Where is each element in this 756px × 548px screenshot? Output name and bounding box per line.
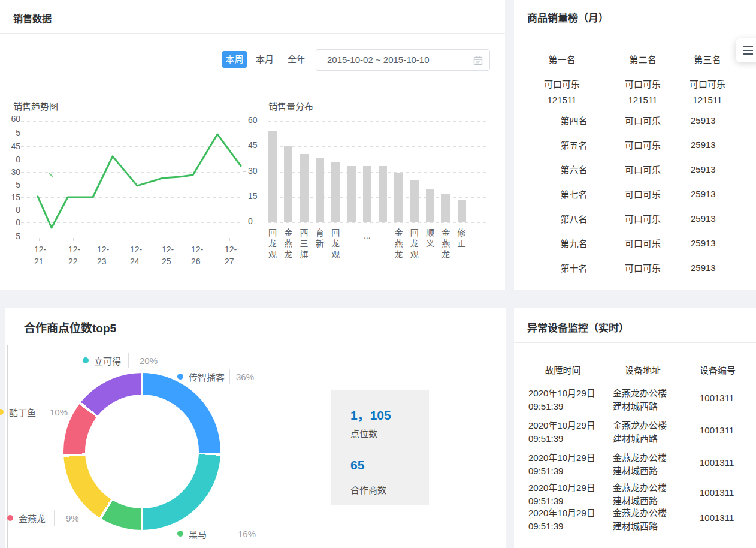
product-name: 可口可乐 <box>616 163 670 176</box>
legend-percent: 36% <box>236 372 254 382</box>
x-axis-label: 修正 <box>455 228 467 250</box>
rank-label: 第四名 <box>532 114 616 127</box>
x-axis-tick <box>39 238 40 241</box>
y-axis-label: 0 <box>0 218 20 227</box>
x-axis-label: 回龙观 <box>266 228 278 261</box>
device-no-cell: 1001311 <box>700 486 734 499</box>
bar <box>331 162 340 222</box>
legend-label: 黑马 <box>189 528 207 540</box>
pie-legend-chuanzhiboke: 传智播客 36% <box>177 369 254 384</box>
devices-panel-title: 异常设备监控（实时） <box>527 320 629 335</box>
bar <box>394 173 403 222</box>
stray-mark <box>49 173 53 177</box>
partners-panel-title: 合作商点位数top5 <box>24 319 116 335</box>
menu-toggle-button[interactable] <box>736 38 756 62</box>
tab-full-year[interactable]: 全年 <box>286 51 307 68</box>
sales-value: 121511 <box>526 95 598 105</box>
bar <box>410 180 419 222</box>
column-header-device-no: 设备编号 <box>700 363 736 376</box>
product-name: 可口可乐 <box>616 261 670 274</box>
date-range-input[interactable]: 2015-10-02 ~ 2015-10-10 <box>316 49 490 71</box>
points-count: 1，105 <box>350 405 391 423</box>
sales-value: 121511 <box>607 95 679 105</box>
rank-label: 第二名 <box>607 53 679 65</box>
table-row: 2020年10月29日09:51:39金燕龙办公楼建材城西路1001311 <box>514 419 756 448</box>
y-axis-label: 30 <box>243 166 258 176</box>
sales-value: 25913 <box>670 263 756 273</box>
distribution-chart-title: 销售量分布 <box>268 100 313 112</box>
bar <box>347 166 356 222</box>
x-axis-label: 西三旗 <box>298 228 310 261</box>
legend-dot <box>83 357 89 363</box>
legend-dot <box>0 409 4 415</box>
x-axis-label: 回龙观 <box>329 228 341 261</box>
product-name: 可口可乐 <box>607 77 679 90</box>
product-name: 可口可乐 <box>616 114 670 127</box>
product-name: 可口可乐 <box>616 237 670 249</box>
x-axis-label: 回龙观 <box>408 228 420 261</box>
device-no-cell: 1001311 <box>700 456 734 469</box>
x-axis-tick <box>229 238 230 241</box>
legend-percent: 20% <box>140 356 158 366</box>
rank-label: 第十名 <box>532 261 616 274</box>
bar <box>363 166 371 222</box>
sales-value: 25913 <box>670 238 756 248</box>
x-axis-label: 12- 23 <box>97 243 115 267</box>
bar <box>268 131 277 222</box>
sales-value: 25913 <box>670 115 756 125</box>
x-axis-tick <box>102 238 102 241</box>
legend-label: 传智播客 <box>189 371 225 383</box>
legend-separator <box>128 353 129 368</box>
dashboard-page: 销售数据 本周 本月 全年 2015-10-02 ~ 2015-10-10 销售… <box>0 0 756 548</box>
trend-left-axis: 60545030515005 <box>0 0 22 252</box>
bar <box>441 194 450 222</box>
y-axis-label: 15 <box>243 191 258 201</box>
y-axis-label: 0 <box>0 155 20 164</box>
product-rank-panel: 商品销量榜（月） 第一名 可口可乐 121511 第二名 可口可乐 121511… <box>514 0 756 290</box>
pie-legend-likede: 立可得 20% <box>83 353 158 368</box>
legend-dot <box>177 374 183 380</box>
x-axis-tick <box>167 238 167 241</box>
calendar-icon[interactable] <box>473 55 483 65</box>
y-axis-label: 5 <box>0 180 20 189</box>
rank-label: 第六名 <box>532 163 616 176</box>
legend-percent: 9% <box>66 513 79 523</box>
y-axis-label: 0 <box>243 216 253 226</box>
x-axis-label: 12- 25 <box>162 243 180 267</box>
y-axis-label: 45 <box>0 141 20 151</box>
partners-panel: 合作商点位数top5 立可得 20% 传智播客 36% 酷丁鱼 10% 金燕龙 … <box>5 308 506 548</box>
pie-legend-jinyanlong: 金燕龙 9% <box>7 510 79 526</box>
device-address-cell: 金燕龙办公楼建材城西路 <box>613 419 667 445</box>
y-axis-label: 60 <box>243 115 258 125</box>
pie-legend-heima: 黑马 16% <box>177 526 256 541</box>
fault-time-cell: 2020年10月29日09:51:39 <box>528 481 595 508</box>
table-row: 2020年10月29日09:51:39金燕龙办公楼建材城西路1001311 <box>514 481 756 510</box>
bar <box>426 189 434 222</box>
y-axis-label: 15 <box>0 192 20 202</box>
pie-legend-kudingyu: 酷丁鱼 10% <box>0 404 68 420</box>
device-address-cell: 金燕龙办公楼建材城西路 <box>613 481 667 508</box>
legend-separator <box>54 510 55 526</box>
date-range-value: 2015-10-02 ~ 2015-10-10 <box>327 55 430 65</box>
table-row: 2020年10月29日09:51:39金燕龙办公楼建材城西路1001311 <box>514 451 756 480</box>
y-axis-label: 30 <box>0 167 20 177</box>
x-axis-label: 12- 24 <box>130 243 148 267</box>
partners-count-label: 合作商数 <box>350 483 386 496</box>
legend-label: 立可得 <box>94 354 121 367</box>
device-address-cell: 金燕龙办公楼建材城西路 <box>613 451 667 478</box>
x-axis-label: ... <box>360 231 374 240</box>
rank-list: 第四名可口可乐25913第五名可口可乐25913第六名可口可乐25913第七名可… <box>514 108 756 280</box>
devices-panel: 异常设备监控（实时） 故障时间 设备地址 设备编号 2020年10月29日09:… <box>514 308 756 548</box>
distribution-chart-grid <box>268 121 488 222</box>
points-count-label: 点位数 <box>350 427 377 439</box>
rank-label: 第七名 <box>532 188 616 200</box>
device-no-cell: 1001311 <box>700 511 734 525</box>
y-axis-label: 5 <box>0 128 20 137</box>
product-name: 可口可乐 <box>672 77 743 90</box>
rank-top3: 第三名 可口可乐 121511 <box>672 53 743 105</box>
rank-panel-title: 商品销量榜（月） <box>527 10 609 25</box>
rank-row: 第九名可口可乐25913 <box>514 231 756 255</box>
rank-label: 第五名 <box>532 138 616 151</box>
bar <box>458 200 466 222</box>
rank-top2: 第二名 可口可乐 121511 <box>607 53 679 105</box>
